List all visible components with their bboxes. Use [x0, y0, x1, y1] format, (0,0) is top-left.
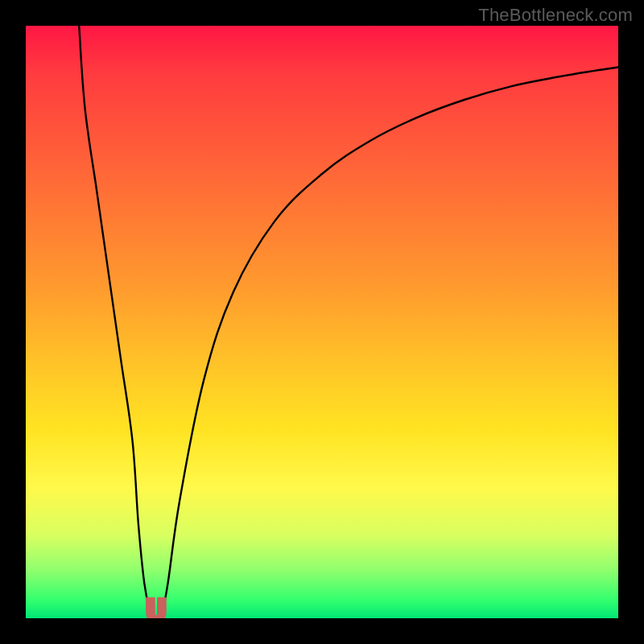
curves-svg: [26, 26, 618, 618]
curve-group: [79, 26, 618, 618]
bottleneck-curve-left: [79, 26, 150, 613]
optimal-marker: [147, 597, 167, 618]
watermark-text: TheBottleneck.com: [478, 5, 633, 26]
plot-area: [26, 26, 618, 618]
bottleneck-curve-right: [162, 68, 618, 614]
chart-frame: TheBottleneck.com: [0, 0, 644, 644]
